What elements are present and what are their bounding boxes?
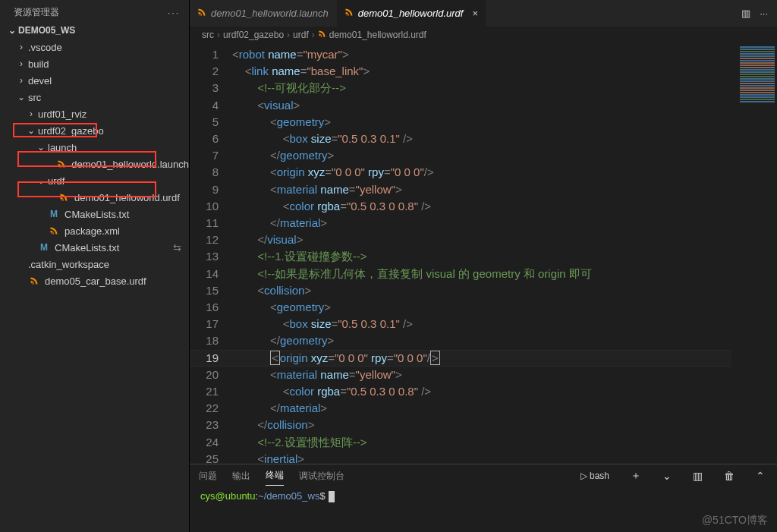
tree-item[interactable]: package.xml	[0, 222, 189, 239]
tab-bar: demo01_helloworld.launchdemo01_helloworl…	[190, 0, 777, 27]
tree-item[interactable]: ›build	[0, 55, 189, 72]
editor-tab[interactable]: demo01_helloworld.launch	[190, 0, 337, 27]
line-gutter: 1234567891011121314151617181920212223242…	[190, 43, 232, 464]
chevron-up-icon[interactable]: ⌃	[753, 470, 768, 482]
panel-tabs: 问题输出终端调试控制台▷ bash＋⌄▥🗑⌃	[190, 464, 777, 487]
twistie-icon	[16, 259, 27, 269]
tree-item-label: demo01_helloworld.launch	[71, 159, 189, 170]
workbench: 资源管理器 ··· ⌄ DEMO05_WS ›.vscode›build›dev…	[0, 0, 777, 532]
tree-item[interactable]: MCMakeLists.txt⇆	[0, 239, 189, 256]
twistie-icon: ⌄	[36, 142, 46, 153]
terminal-cursor	[329, 491, 335, 502]
tree-item-label: launch	[48, 142, 77, 153]
breadcrumb-item[interactable]: src	[202, 30, 214, 40]
tab-label: demo01_helloworld.launch	[211, 8, 329, 19]
breadcrumb-item[interactable]: demo01_helloworld.urdf	[329, 30, 426, 40]
more-icon[interactable]: ···	[760, 8, 768, 19]
tree-item-label: urdf	[48, 175, 64, 187]
rss-icon	[56, 158, 67, 170]
twistie-icon: ›	[16, 42, 27, 52]
editor-group: demo01_helloworld.launchdemo01_helloworl…	[190, 0, 777, 532]
rss-icon	[197, 8, 206, 19]
tree-item[interactable]: demo01_helloworld.launch	[0, 156, 189, 172]
twistie-icon: ⌄	[26, 125, 36, 136]
editor[interactable]: 1234567891011121314151617181920212223242…	[190, 43, 777, 464]
twistie-icon	[16, 275, 27, 286]
chevron-right-icon: ›	[287, 30, 290, 40]
code-area[interactable]: <robot name="mycar"> <link name="base_li…	[232, 43, 777, 464]
terminal[interactable]: cys@ubuntu:~/demo05_ws$	[190, 487, 777, 532]
tree-item[interactable]: demo05_car_base.urdf	[0, 272, 189, 289]
breadcrumb-item[interactable]: urdf	[293, 30, 309, 40]
tree-item[interactable]: ⌄src	[0, 89, 189, 105]
twistie-icon	[26, 242, 36, 253]
tree-item[interactable]: MCMakeLists.txt	[0, 206, 189, 222]
new-terminal-icon[interactable]: ＋	[628, 469, 644, 483]
m-icon: M	[38, 241, 50, 253]
tree-item[interactable]: ⌄urdf02_gazebo	[0, 122, 189, 139]
terminal-bash-label[interactable]: ▷ bash	[577, 471, 612, 481]
current-line-highlight	[190, 350, 731, 367]
tree-item-label: demo01_helloworld.urdf	[74, 192, 180, 203]
breadcrumb-item[interactable]: urdf02_gazebo	[223, 30, 284, 40]
split-terminal-icon[interactable]: ▥	[690, 470, 706, 482]
tab-label: demo01_helloworld.urdf	[358, 8, 464, 19]
tree-item[interactable]: ⌄launch	[0, 139, 189, 156]
workspace-row[interactable]: ⌄ DEMO05_WS	[0, 22, 189, 39]
twistie-icon: ⌄	[16, 92, 27, 102]
tree-item[interactable]: ›urdf01_rviz	[0, 105, 189, 122]
tree-item-label: src	[28, 92, 41, 103]
twistie-icon	[36, 209, 46, 219]
terminal-path: ~/demo05_ws	[258, 490, 319, 502]
twistie-icon	[46, 159, 55, 169]
tree-item-label: .vscode	[28, 42, 62, 53]
sidebar-header: 资源管理器 ···	[0, 0, 189, 22]
rss-icon	[28, 275, 40, 287]
sidebar-more-icon[interactable]: ···	[168, 8, 180, 18]
file-tree[interactable]: ›.vscode›build›devel⌄src›urdf01_rviz⌄urd…	[0, 39, 189, 532]
sidebar-explorer: 资源管理器 ··· ⌄ DEMO05_WS ›.vscode›build›dev…	[0, 0, 190, 532]
terminal-user: cys@ubuntu	[200, 490, 255, 502]
bottom-panel: 问题输出终端调试控制台▷ bash＋⌄▥🗑⌃ cys@ubuntu:~/demo…	[190, 464, 777, 532]
tree-item-label: package.xml	[64, 225, 120, 237]
tree-item-label: .catkin_workspace	[28, 259, 109, 270]
chevron-down-icon[interactable]: ⌄	[659, 470, 675, 482]
rss-icon	[344, 8, 354, 19]
tree-item[interactable]: demo01_helloworld.urdf	[0, 189, 189, 206]
workspace-name: DEMO05_WS	[18, 25, 75, 36]
chevron-right-icon: ›	[217, 30, 220, 40]
twistie-icon	[36, 225, 46, 236]
trash-icon[interactable]: 🗑	[721, 470, 738, 482]
panel-tab[interactable]: 输出	[232, 467, 250, 486]
tree-item[interactable]: ›.vscode	[0, 39, 189, 55]
tree-item-label: urdf02_gazebo	[38, 125, 104, 137]
m-icon: M	[48, 208, 60, 220]
tree-item-label: build	[28, 58, 49, 70]
tree-item[interactable]: ⌄urdf	[0, 172, 189, 189]
split-editor-icon[interactable]: ▥	[741, 8, 750, 19]
terminal-dollar: $	[319, 490, 325, 502]
editor-tab[interactable]: demo01_helloworld.urdf×	[337, 0, 486, 27]
breadcrumb[interactable]: src›urdf02_gazebo›urdf›demo01_helloworld…	[190, 27, 777, 43]
tree-item[interactable]: ›devel	[0, 72, 189, 89]
tree-item-label: CMakeLists.txt	[55, 242, 119, 253]
tree-item-label: devel	[28, 75, 52, 87]
panel-tab[interactable]: 调试控制台	[299, 467, 344, 486]
twistie-icon: ›	[26, 109, 36, 119]
chevron-right-icon: ›	[312, 30, 315, 40]
sidebar-title: 资源管理器	[14, 6, 59, 19]
close-icon[interactable]: ×	[472, 8, 478, 19]
panel-tab[interactable]: 终端	[266, 466, 284, 486]
twistie-icon: ⌄	[36, 175, 46, 186]
chevron-down-icon: ⌄	[6, 25, 18, 36]
twistie-icon: ›	[16, 75, 27, 86]
twistie-icon	[46, 192, 56, 203]
rss-icon	[318, 30, 326, 40]
rss-icon	[48, 225, 60, 237]
tree-item-label: urdf01_rviz	[38, 109, 87, 120]
watermark: @51CTO博客	[702, 514, 768, 527]
tree-item[interactable]: .catkin_workspace	[0, 256, 189, 272]
rss-icon	[58, 191, 70, 203]
panel-tab[interactable]: 问题	[199, 467, 217, 486]
minimap[interactable]	[738, 43, 777, 134]
